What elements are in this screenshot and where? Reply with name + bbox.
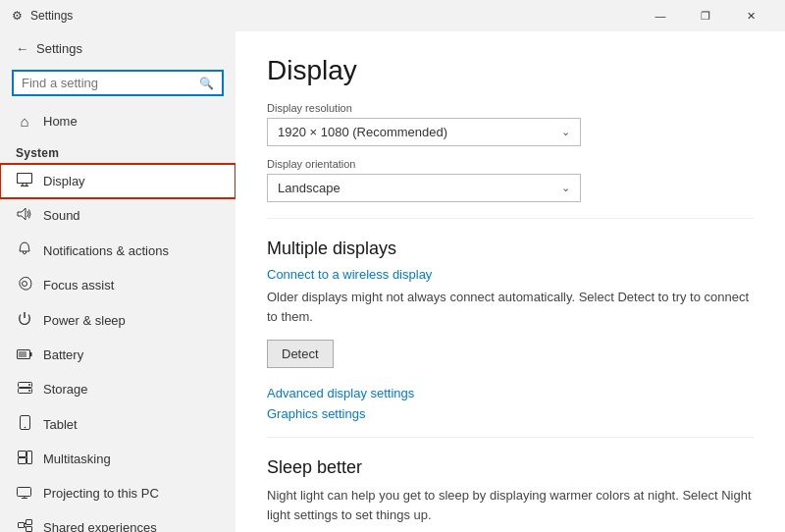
svg-rect-24 — [26, 520, 31, 525]
svg-rect-19 — [26, 452, 31, 464]
battery-icon — [16, 346, 33, 363]
resolution-label: Display resolution — [267, 102, 754, 114]
sidebar-item-label: Shared experiences — [43, 520, 157, 532]
sidebar-item-label: Home — [43, 114, 78, 129]
sidebar-item-label: Focus assist — [43, 278, 114, 293]
title-bar-left: ⚙ Settings — [12, 9, 73, 23]
divider-2 — [267, 437, 754, 438]
content-area: Display Display resolution 1920 × 1080 (… — [236, 31, 785, 532]
sidebar-item-shared[interactable]: Shared experiences — [0, 510, 236, 532]
sidebar-item-notifications[interactable]: Notifications & actions — [0, 233, 236, 268]
resolution-value: 1920 × 1080 (Recommended) — [278, 125, 447, 139]
sidebar-item-battery[interactable]: Battery — [0, 338, 236, 372]
svg-rect-25 — [26, 527, 31, 532]
sidebar-item-tablet[interactable]: Tablet — [0, 406, 236, 442]
svg-point-14 — [28, 390, 30, 392]
settings-icon: ⚙ — [12, 9, 23, 23]
back-arrow-icon: ← — [16, 41, 28, 56]
page-title: Display — [267, 55, 754, 86]
sleep-desc: Night light can help you get to sleep by… — [267, 486, 754, 524]
sidebar-item-label: Battery — [43, 347, 83, 362]
storage-icon — [16, 381, 33, 398]
projecting-icon — [16, 485, 33, 502]
svg-rect-20 — [18, 488, 31, 497]
display-icon — [16, 173, 33, 189]
sidebar-item-home[interactable]: ⌂ Home — [0, 104, 236, 138]
notifications-icon — [16, 241, 33, 259]
svg-rect-0 — [18, 174, 32, 184]
multitasking-icon — [16, 451, 33, 467]
sidebar-item-label: Display — [43, 174, 85, 188]
sleep-heading: Sleep better — [267, 457, 754, 478]
search-icon: 🔍 — [199, 77, 214, 90]
sidebar-search-box[interactable]: 🔍 — [12, 70, 224, 96]
sidebar-item-power[interactable]: Power & sleep — [0, 302, 236, 338]
sidebar-item-label: Sound — [43, 208, 80, 223]
sidebar-item-storage[interactable]: Storage — [0, 372, 236, 406]
sidebar-item-label: Power & sleep — [43, 313, 126, 328]
divider-1 — [267, 218, 754, 219]
close-button[interactable]: ✕ — [728, 0, 773, 31]
wireless-display-link[interactable]: Connect to a wireless display — [267, 267, 754, 282]
sidebar-item-label: Tablet — [43, 417, 78, 432]
detect-button[interactable]: Detect — [267, 340, 334, 368]
sidebar-back-button[interactable]: ← Settings — [0, 31, 236, 66]
svg-point-13 — [28, 384, 30, 386]
sidebar-item-display[interactable]: Display — [0, 164, 236, 198]
svg-rect-9 — [30, 352, 32, 356]
shared-icon — [16, 519, 33, 532]
svg-rect-18 — [18, 458, 26, 464]
sound-icon — [16, 207, 33, 224]
graphics-settings-link[interactable]: Graphics settings — [267, 406, 754, 421]
svg-rect-23 — [18, 523, 24, 528]
sidebar-item-projecting[interactable]: Projecting to this PC — [0, 476, 236, 510]
orientation-label: Display orientation — [267, 158, 754, 170]
sidebar-section-system: System — [0, 138, 236, 164]
wireless-desc: Older displays might not always connect … — [267, 288, 754, 326]
svg-point-16 — [24, 427, 26, 429]
advanced-display-link[interactable]: Advanced display settings — [267, 386, 754, 400]
orientation-dropdown-arrow: ⌄ — [561, 182, 570, 194]
sidebar-item-label: Notifications & actions — [43, 243, 169, 258]
sidebar-item-label: Projecting to this PC — [43, 486, 159, 501]
title-bar-controls: — ❐ ✕ — [638, 0, 773, 31]
svg-point-7 — [22, 282, 26, 287]
home-icon: ⌂ — [16, 113, 33, 130]
sidebar-item-label: Multitasking — [43, 452, 111, 466]
sidebar: ← Settings 🔍 ⌂ Home System D — [0, 31, 236, 532]
svg-marker-4 — [18, 208, 26, 220]
tablet-icon — [16, 415, 33, 433]
multiple-displays-heading: Multiple displays — [267, 239, 754, 259]
maximize-button[interactable]: ❐ — [683, 0, 728, 31]
focus-icon — [16, 277, 33, 293]
search-input[interactable] — [22, 76, 199, 90]
sidebar-item-multitasking[interactable]: Multitasking — [0, 442, 236, 476]
sidebar-item-label: Storage — [43, 382, 88, 397]
svg-rect-10 — [19, 351, 26, 357]
sidebar-item-sound[interactable]: Sound — [0, 198, 236, 233]
orientation-value: Landscape — [278, 181, 340, 195]
sidebar-item-focus[interactable]: Focus assist — [0, 268, 236, 302]
orientation-dropdown[interactable]: Landscape ⌄ — [267, 174, 581, 202]
title-bar-title: Settings — [30, 9, 73, 23]
title-bar: ⚙ Settings — ❐ ✕ — [0, 0, 785, 31]
minimize-button[interactable]: — — [638, 0, 683, 31]
sidebar-title: Settings — [36, 41, 82, 56]
resolution-dropdown-arrow: ⌄ — [561, 126, 570, 138]
main-container: ← Settings 🔍 ⌂ Home System D — [0, 31, 785, 532]
power-icon — [16, 311, 33, 329]
resolution-dropdown[interactable]: 1920 × 1080 (Recommended) ⌄ — [267, 118, 581, 146]
svg-rect-17 — [18, 452, 26, 457]
